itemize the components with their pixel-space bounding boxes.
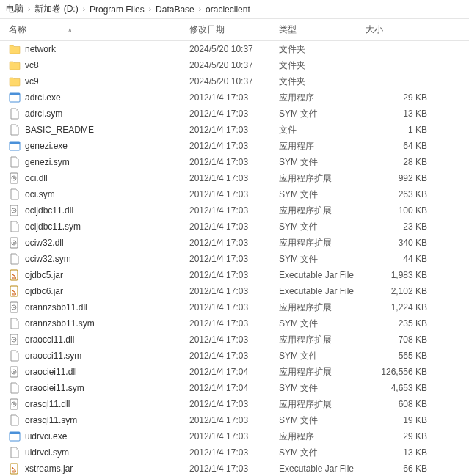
file-row[interactable]: ojdbc6.jar2012/1/4 17:03Executable Jar F… <box>0 283 469 299</box>
file-type: SYM 文件 <box>279 221 366 233</box>
file-size: 44 KB <box>366 254 440 264</box>
column-header-name[interactable]: 名称 ∧ <box>0 23 189 36</box>
file-icon <box>9 124 21 136</box>
file-row[interactable]: uidrvci.exe2012/1/4 17:03应用程序29 KB <box>0 428 469 444</box>
file-row[interactable]: BASIC_README2012/1/4 17:03文件1 KB <box>0 122 469 138</box>
file-size: 29 KB <box>366 92 440 103</box>
file-type: 应用程序 <box>279 140 366 153</box>
dll-icon <box>9 237 21 249</box>
breadcrumb-segment[interactable]: DataBase <box>156 4 194 15</box>
chevron-right-icon: › <box>149 5 151 13</box>
dll-icon <box>9 172 21 184</box>
file-date: 2012/1/4 17:03 <box>189 399 279 409</box>
exe-icon <box>9 92 21 103</box>
file-name: genezi.sym <box>25 157 70 167</box>
svg-point-28 <box>13 403 15 405</box>
column-header-type[interactable]: 类型 <box>279 23 366 36</box>
file-size: 126,556 KB <box>366 367 440 377</box>
file-icon <box>9 188 21 200</box>
file-row[interactable]: genezi.exe2012/1/4 17:03应用程序64 KB <box>0 138 469 154</box>
dll-icon <box>9 334 21 345</box>
file-size: 340 KB <box>366 238 440 248</box>
file-name: orasql11.sym <box>25 415 77 425</box>
file-type: 文件 <box>279 124 366 136</box>
file-name: adrci.sym <box>25 109 62 119</box>
file-size: 4,653 KB <box>366 383 440 393</box>
file-date: 2012/1/4 17:03 <box>189 270 279 280</box>
file-type: SYM 文件 <box>279 318 366 330</box>
file-name: ojdbc6.jar <box>25 286 63 296</box>
file-type: 应用程序扩展 <box>279 172 366 185</box>
breadcrumb-segment[interactable]: oracleclient <box>206 4 250 15</box>
file-row[interactable]: network2024/5/20 10:37文件夹 <box>0 41 469 57</box>
file-date: 2012/1/4 17:03 <box>189 221 279 232</box>
file-size: 1,224 KB <box>366 302 440 312</box>
file-date: 2012/1/4 17:03 <box>189 351 279 361</box>
exe-icon <box>9 140 21 152</box>
file-name: ociw32.dll <box>25 238 64 248</box>
file-date: 2012/1/4 17:03 <box>189 173 279 183</box>
file-date: 2012/1/4 17:03 <box>189 92 279 103</box>
dll-icon <box>9 301 21 313</box>
file-name: oraociei11.dll <box>25 367 77 377</box>
file-date: 2012/1/4 17:03 <box>189 334 279 345</box>
svg-point-22 <box>13 339 15 340</box>
breadcrumb[interactable]: 电脑›新加卷 (D:)›Program Files›DataBase›oracl… <box>0 0 469 19</box>
file-type: 应用程序扩展 <box>279 237 366 249</box>
file-size: 23 KB <box>366 221 440 232</box>
file-row[interactable]: orasql11.sym2012/1/4 17:03SYM 文件19 KB <box>0 412 469 428</box>
file-date: 2024/5/20 10:37 <box>189 60 279 70</box>
file-row[interactable]: oraociei11.dll2012/1/4 17:04应用程序扩展126,55… <box>0 364 469 380</box>
file-icon <box>9 156 21 168</box>
column-header-date[interactable]: 修改日期 <box>189 23 279 36</box>
breadcrumb-segment[interactable]: 新加卷 (D:) <box>34 3 78 15</box>
jar-icon <box>9 463 21 475</box>
column-header-size[interactable]: 大小 <box>366 23 440 36</box>
file-row[interactable]: ojdbc5.jar2012/1/4 17:03Executable Jar F… <box>0 267 469 283</box>
svg-rect-30 <box>10 432 20 434</box>
file-row[interactable]: oci.dll2012/1/4 17:03应用程序扩展992 KB <box>0 170 469 186</box>
jar-icon <box>9 269 21 281</box>
dll-icon <box>9 205 21 216</box>
file-row[interactable]: orasql11.dll2012/1/4 17:03应用程序扩展608 KB <box>0 396 469 412</box>
file-row[interactable]: vc92024/5/20 10:37文件夹 <box>0 73 469 89</box>
file-row[interactable]: vc82024/5/20 10:37文件夹 <box>0 57 469 73</box>
file-row[interactable]: adrci.sym2012/1/4 17:03SYM 文件13 KB <box>0 106 469 122</box>
breadcrumb-segment[interactable]: Program Files <box>90 4 145 15</box>
file-name: ociw32.sym <box>25 254 71 264</box>
file-row[interactable]: orannzsbb11.dll2012/1/4 17:03应用程序扩展1,224… <box>0 299 469 315</box>
svg-point-12 <box>13 242 15 244</box>
file-icon <box>9 382 21 394</box>
file-row[interactable]: ociw32.sym2012/1/4 17:03SYM 文件44 KB <box>0 251 469 267</box>
column-header-row: 名称 ∧ 修改日期 类型 大小 <box>0 19 469 41</box>
file-row[interactable]: ocijdbc11.sym2012/1/4 17:03SYM 文件23 KB <box>0 219 469 235</box>
file-row[interactable]: xstreams.jar2012/1/4 17:03Executable Jar… <box>0 461 469 476</box>
dll-icon <box>9 398 21 410</box>
dll-icon <box>9 366 21 378</box>
file-row[interactable]: oraocci11.sym2012/1/4 17:03SYM 文件565 KB <box>0 348 469 364</box>
file-type: 应用程序扩展 <box>279 398 366 411</box>
chevron-right-icon: › <box>28 5 30 13</box>
file-row[interactable]: adrci.exe2012/1/4 17:03应用程序29 KB <box>0 89 469 106</box>
file-size: 13 KB <box>366 447 440 458</box>
file-type: SYM 文件 <box>279 188 366 201</box>
file-type: 文件夹 <box>279 76 366 88</box>
file-icon <box>9 108 21 120</box>
file-date: 2012/1/4 17:03 <box>189 189 279 199</box>
file-row[interactable]: genezi.sym2012/1/4 17:03SYM 文件28 KB <box>0 154 469 170</box>
file-date: 2012/1/4 17:03 <box>189 431 279 442</box>
file-type: SYM 文件 <box>279 253 366 266</box>
file-row[interactable]: orannzsbb11.sym2012/1/4 17:03SYM 文件235 K… <box>0 315 469 332</box>
file-name: adrci.exe <box>25 92 61 103</box>
file-row[interactable]: ocijdbc11.dll2012/1/4 17:03应用程序扩展100 KB <box>0 202 469 219</box>
file-date: 2012/1/4 17:03 <box>189 447 279 458</box>
breadcrumb-segment[interactable]: 电脑 <box>6 3 23 15</box>
file-type: 应用程序 <box>279 431 366 443</box>
file-row[interactable]: uidrvci.sym2012/1/4 17:03SYM 文件13 KB <box>0 444 469 461</box>
file-row[interactable]: oraociei11.sym2012/1/4 17:04SYM 文件4,653 … <box>0 380 469 396</box>
file-date: 2024/5/20 10:37 <box>189 44 279 54</box>
file-row[interactable]: oci.sym2012/1/4 17:03SYM 文件263 KB <box>0 186 469 202</box>
file-row[interactable]: oraocci11.dll2012/1/4 17:03应用程序扩展708 KB <box>0 332 469 348</box>
file-icon <box>9 318 21 329</box>
file-row[interactable]: ociw32.dll2012/1/4 17:03应用程序扩展340 KB <box>0 235 469 251</box>
